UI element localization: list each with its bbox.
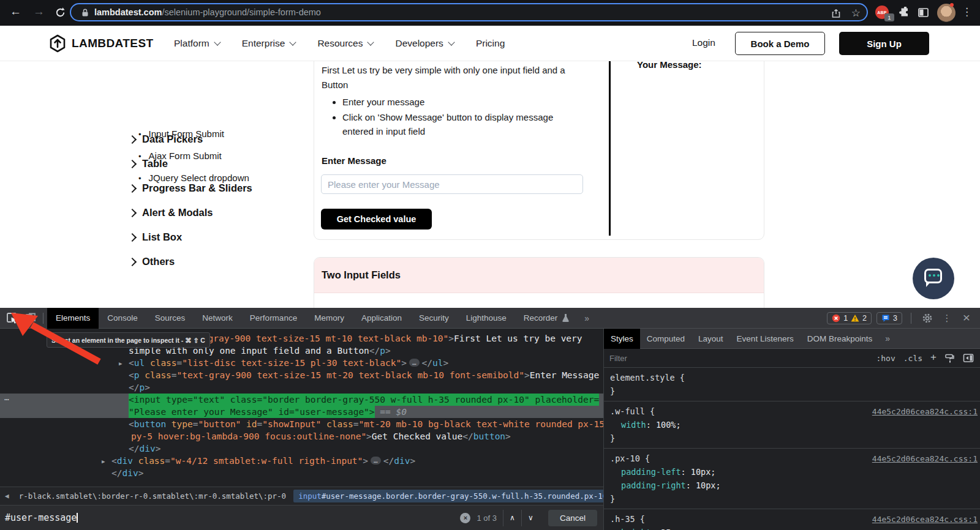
nav-item-pricing[interactable]: Pricing — [476, 38, 505, 49]
code-line[interactable]: ⋯<input type="text" class="border border… — [0, 394, 603, 406]
issues-badge[interactable]: 3 — [876, 312, 902, 324]
code-token: </ — [422, 358, 432, 368]
rendering-emulation-icon[interactable] — [944, 353, 955, 364]
styles-tab-layout[interactable]: Layout — [692, 329, 730, 349]
login-link[interactable]: Login — [692, 37, 715, 48]
nav-item-platform[interactable]: Platform — [174, 38, 220, 49]
inspect-element-icon[interactable] — [2, 308, 21, 329]
css-rule-selector-line[interactable]: element.style { — [610, 371, 980, 384]
find-cancel-button[interactable]: Cancel — [548, 510, 597, 526]
book-demo-button[interactable]: Book a Demo — [735, 32, 825, 55]
css-property[interactable]: padding-right: 10px; — [610, 479, 980, 492]
sidebar-section-data-pickers[interactable]: Data Pickers — [129, 133, 203, 145]
sidebar-section-table[interactable]: Table — [129, 158, 168, 170]
more-tabs-icon[interactable]: » — [578, 313, 595, 323]
devtools-menu-icon[interactable]: ⋮ — [940, 313, 954, 324]
forward-icon[interactable]: → — [33, 5, 45, 18]
code-line[interactable]: ▶<ul class="list-disc text-size-15 pl-30… — [0, 357, 603, 369]
breadcrumb-selected[interactable]: input#user-message.border.border-gray-55… — [293, 490, 612, 502]
expand-arrow-icon[interactable]: ▶ — [102, 455, 105, 468]
css-source-link[interactable]: 44e5c2d06cea824c.css:1 — [872, 452, 978, 466]
code-line[interactable]: py-5 hover:bg-lambda-900 focus:outline-n… — [0, 430, 603, 442]
browser-menu-icon[interactable]: ⋮ — [962, 6, 972, 18]
code-token: > — [385, 346, 391, 356]
message-input[interactable] — [321, 174, 583, 194]
nav-item-developers[interactable]: Developers — [395, 38, 453, 49]
css-source-link[interactable]: 44e5c2d06cea824c.css:1 — [872, 405, 978, 419]
devtools-close-icon[interactable]: × — [959, 310, 974, 325]
inline-expand-icon[interactable]: … — [409, 359, 420, 367]
tab-performance[interactable]: Performance — [241, 308, 306, 329]
code-line[interactable]: </p> — [0, 381, 603, 394]
signup-button[interactable]: Sign Up — [839, 32, 929, 55]
styles-tab-event-listeners[interactable]: Event Listeners — [730, 329, 801, 349]
css-property[interactable]: height: 35px; — [610, 526, 980, 530]
css-rule-selector-line[interactable]: .w-full {44e5c2d06cea824c.css:1 — [610, 405, 980, 418]
tab-network[interactable]: Network — [194, 308, 241, 329]
inline-expand-icon[interactable]: … — [371, 457, 381, 465]
css-source-link[interactable]: 44e5c2d06cea824c.css:1 — [872, 513, 978, 526]
tab-label: Elements — [56, 313, 90, 323]
url-path: /selenium-playground/simple-form-demo — [162, 7, 321, 17]
tab-elements[interactable]: Elements — [47, 308, 99, 329]
dock-sidebar-icon[interactable] — [963, 353, 974, 363]
styles-tab-computed[interactable]: Computed — [640, 329, 692, 349]
code-line[interactable]: </div> — [0, 467, 603, 479]
share-icon[interactable] — [831, 8, 841, 19]
tab-label: Application — [361, 313, 402, 323]
get-checked-value-button[interactable]: Get Checked value — [321, 209, 432, 230]
sidebar-section-alert-modals[interactable]: Alert & Modals — [129, 207, 213, 218]
overflow-gutter-icon[interactable]: ⋯ — [4, 394, 9, 406]
code-line[interactable]: ▶<div class="w-4/12 smtablet:w-full rigt… — [0, 455, 603, 467]
expand-arrow-icon[interactable]: ▶ — [119, 357, 122, 370]
lambdatest-logo[interactable]: LAMBDATEST — [49, 34, 153, 53]
device-toolbar-icon[interactable] — [21, 308, 39, 329]
css-property[interactable]: padding-left: 10px; — [610, 465, 980, 479]
url-bar[interactable]: lambdatest.com /selenium-playground/simp… — [70, 3, 868, 21]
tab-application[interactable]: Application — [353, 308, 410, 329]
code-line[interactable]: <p class="text-gray-900 text-size-15 mt-… — [0, 369, 603, 381]
code-line[interactable]: </div> — [0, 442, 603, 455]
breadcrumb-parent[interactable]: r-black.smtablet\:border-r-0.smtablet\:m… — [14, 490, 292, 502]
code-line[interactable]: "Please enter your Message" id="user-mes… — [0, 406, 603, 418]
styles-tab-styles[interactable]: Styles — [604, 329, 640, 349]
css-selector: .px-10 — [610, 453, 640, 463]
styles-filter-input[interactable]: Filter — [609, 354, 627, 363]
devtools-settings-icon[interactable] — [920, 313, 935, 324]
toggle-cls-button[interactable]: .cls — [903, 354, 922, 363]
tab-lighthouse[interactable]: Lighthouse — [458, 308, 515, 329]
tab-security[interactable]: Security — [410, 308, 458, 329]
side-panel-icon[interactable] — [918, 7, 929, 18]
sidebar-section-others[interactable]: Others — [129, 256, 175, 267]
chat-widget-button[interactable] — [913, 258, 954, 299]
tab-console[interactable]: Console — [99, 308, 146, 329]
tab-recorder[interactable]: Recorder — [515, 308, 579, 329]
styles-more-tabs-icon[interactable]: » — [879, 334, 896, 343]
code-token: "Please enter your Message" id="user-mes… — [129, 406, 375, 418]
code-line[interactable]: <button type="button" id="showInput" cla… — [0, 418, 603, 430]
tab-memory[interactable]: Memory — [306, 308, 353, 329]
extensions-puzzle-icon[interactable] — [898, 7, 910, 18]
console-errors-warnings-badge[interactable]: 1 2 — [827, 312, 872, 324]
sidebar-item-jquery-select-dropdown[interactable]: •JQuery Select dropdown — [138, 173, 249, 183]
styles-tab-dom-breakpoints[interactable]: DOM Breakpoints — [801, 329, 880, 349]
tab-sources[interactable]: Sources — [146, 308, 194, 329]
find-next-button[interactable]: ∨ — [521, 510, 540, 526]
new-style-rule-icon[interactable]: + — [930, 351, 937, 364]
css-rule-selector-line[interactable]: .h-35 {44e5c2d06cea824c.css:1 — [610, 512, 980, 526]
tab-label: Performance — [250, 313, 297, 323]
css-property[interactable]: width: 100%; — [610, 418, 980, 431]
css-rule-selector-line[interactable]: .px-10 {44e5c2d06cea824c.css:1 — [610, 452, 980, 465]
find-previous-button[interactable]: ∧ — [503, 510, 521, 526]
back-icon[interactable]: ← — [10, 5, 21, 18]
reload-icon[interactable] — [54, 6, 67, 19]
crumb-scroll-left-icon[interactable]: ◀ — [0, 492, 14, 500]
toggle-hov-button[interactable]: :hov — [876, 354, 895, 363]
bookmark-star-icon[interactable]: ☆ — [851, 7, 861, 20]
sidebar-section-list-box[interactable]: List Box — [129, 231, 182, 243]
nav-item-resources[interactable]: Resources — [317, 38, 373, 49]
nav-item-enterprise[interactable]: Enterprise — [242, 38, 296, 49]
sidebar-section-progress-bar-sliders[interactable]: Progress Bar & Sliders — [129, 182, 252, 194]
find-clear-icon[interactable]: × — [460, 513, 470, 523]
find-input[interactable]: #user-message — [5, 512, 78, 523]
